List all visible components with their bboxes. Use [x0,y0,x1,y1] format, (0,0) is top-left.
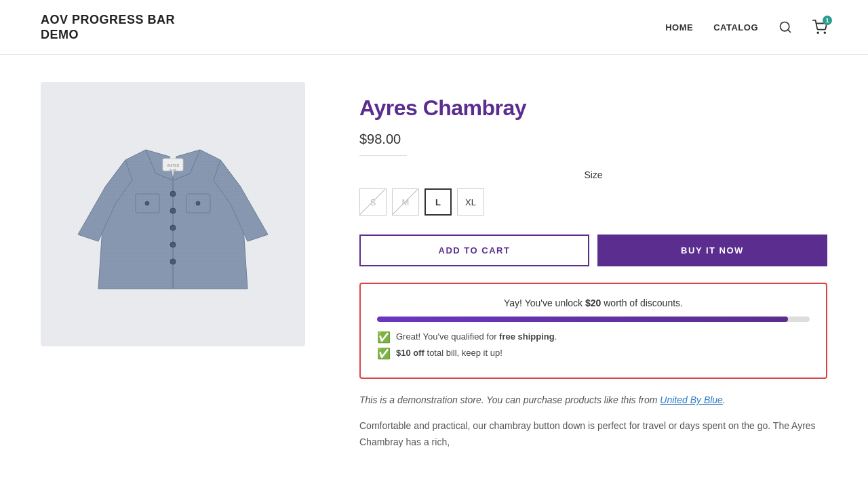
product-image: UNITED BLUE [64,99,281,329]
size-xl[interactable]: XL [457,188,484,216]
progress-bar-fill [377,317,788,322]
product-details: Ayres Chambray $98.00 Size S M L XL ADD … [359,82,827,451]
progress-amount: $20 [585,298,601,308]
svg-point-10 [170,225,176,230]
progress-bar-bg [377,317,810,322]
cart-badge: 1 [823,16,832,25]
svg-point-8 [170,191,176,197]
buy-it-now-button[interactable]: BUY IT NOW [597,235,827,266]
nav-home[interactable]: HOME [665,22,693,33]
size-label: Size [359,169,827,180]
demo-note-suffix: . [723,394,726,405]
nav-catalog[interactable]: CATALOG [713,22,758,33]
progress-section: Yay! You've unlock $20 worth of discount… [359,283,827,379]
svg-line-1 [788,30,791,33]
size-options: S M L XL [359,188,827,216]
svg-point-11 [170,242,176,247]
size-l[interactable]: L [425,188,452,216]
check-icon-shipping: ✅ [377,331,391,344]
reward-discount-suffix: total bill, keep it up! [425,348,502,358]
svg-text:UNITED: UNITED [167,163,180,167]
site-header: AOV PROGRESS BAR DEMO HOME CATALOG 1 [0,0,868,55]
main-content: UNITED BLUE Ayres Chambray $98.00 Size S… [0,55,868,478]
size-m[interactable]: M [392,188,419,216]
site-title: AOV PROGRESS BAR DEMO [41,12,175,42]
reward-discount-text: $10 off total bill, keep it up! [396,348,502,358]
svg-point-15 [145,201,149,205]
reward-discount-highlight: $10 off [396,348,425,358]
search-icon[interactable] [778,20,792,34]
site-title-line2: DEMO [41,28,175,43]
reward-free-shipping: ✅ Great! You've qualified for free shipp… [377,331,810,344]
reward-shipping-text: Great! You've qualified for free shippin… [396,331,557,342]
reward-discount: ✅ $10 off total bill, keep it up! [377,348,810,360]
cart-icon[interactable]: 1 [812,20,827,35]
svg-point-3 [824,32,825,33]
svg-point-16 [196,201,200,205]
united-by-blue-link[interactable]: United By Blue [660,394,723,405]
product-title: Ayres Chambray [359,96,827,121]
reward-shipping-highlight: free shipping [499,331,555,342]
svg-point-12 [170,259,176,264]
product-description: Comfortable and practical, our chambray … [359,418,827,451]
price-divider [359,155,407,156]
reward-shipping-suffix: . [555,331,557,342]
progress-text-prefix: Yay! You've unlock [504,298,585,308]
check-icon-discount: ✅ [377,347,391,360]
demo-note: This is a demonstration store. You can p… [359,392,827,407]
product-price: $98.00 [359,131,827,147]
svg-point-9 [170,208,176,214]
product-image-container: UNITED BLUE [41,82,305,346]
add-to-cart-button[interactable]: ADD TO CART [359,235,589,266]
size-s[interactable]: S [359,188,387,216]
main-nav: HOME CATALOG 1 [665,20,827,35]
progress-message: Yay! You've unlock $20 worth of discount… [377,298,810,308]
reward-shipping-prefix: Great! You've qualified for [396,331,499,342]
action-buttons: ADD TO CART BUY IT NOW [359,235,827,266]
demo-note-prefix: This is a demonstration store. You can p… [359,394,660,405]
progress-text-suffix: worth of discounts. [601,298,683,308]
site-title-line1: AOV PROGRESS BAR [41,12,175,28]
svg-point-2 [817,32,818,33]
svg-text:BLUE: BLUE [170,168,177,171]
